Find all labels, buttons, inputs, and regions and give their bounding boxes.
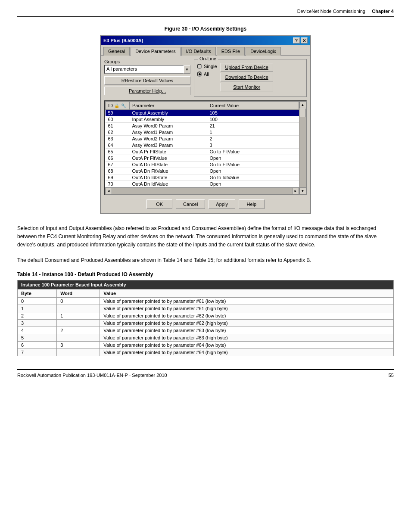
cell-value: Value of parameter pointed to by paramet…	[100, 341, 394, 348]
cell-value: Value of parameter pointed to by paramet…	[100, 327, 394, 334]
hscrollbar[interactable]: ◄ ►	[105, 187, 299, 194]
online-content: Single All Upload From Device	[197, 63, 304, 91]
cancel-button[interactable]: Cancel	[176, 199, 205, 209]
hscroll-left-icon[interactable]: ◄	[105, 188, 112, 195]
cell-id: 64	[106, 142, 130, 149]
table-row: 7 Value of parameter pointed to by param…	[18, 348, 394, 356]
parameter-help-button[interactable]: Parameter Help...	[104, 87, 190, 95]
dropdown-arrow-icon[interactable]: ▼	[184, 65, 190, 74]
vscrollbar[interactable]: ▲ ▼	[299, 101, 306, 194]
online-buttons: Upload From Device Download To Device St…	[221, 63, 273, 91]
cell-byte: 3	[18, 319, 57, 327]
body-paragraph-1: Selection of Input and Output Assemblies…	[17, 224, 394, 249]
footer-publication: Rockwell Automation Publication 193-UM01…	[17, 373, 167, 378]
restore-defaults-button[interactable]: RRestore Default Values	[104, 76, 190, 85]
th-id-text: ID	[108, 103, 113, 108]
table-row[interactable]: 62 Assy Word1 Param 1	[106, 129, 299, 136]
apply-button[interactable]: Apply	[209, 199, 235, 209]
cell-parameter: OutA Dn FltValue	[130, 168, 207, 174]
table-row[interactable]: 63 Assy Word2 Param 2	[106, 136, 299, 142]
cell-parameter: OutA Pr FltState	[130, 149, 207, 155]
vscroll-track	[299, 108, 306, 187]
table-row[interactable]: 66 OutA Pr FltValue Open	[106, 155, 299, 162]
cell-word: 2	[57, 327, 100, 334]
groups-label: Groups	[104, 59, 190, 64]
groups-section: Groups All parameters ▼ RRestore Default…	[104, 59, 190, 97]
table-row: 2 1 Value of parameter pointed to by par…	[18, 312, 394, 319]
table-row[interactable]: 68 OutA Dn FltValue Open	[106, 168, 299, 174]
tab-device-parameters[interactable]: Device Parameters	[131, 47, 181, 56]
ok-button[interactable]: OK	[146, 199, 172, 209]
cell-value: Value of parameter pointed to by paramet…	[100, 334, 394, 341]
table-row[interactable]: 65 OutA Pr FltState Go to FltValue	[106, 149, 299, 155]
online-legend: On-Line	[198, 56, 218, 61]
table14-body: Instance 100 Parameter Based Input Assem…	[18, 280, 394, 356]
table-row[interactable]: 59 Output Assembly 105	[106, 110, 299, 116]
tab-general[interactable]: General	[103, 47, 130, 56]
cell-id: 62	[106, 129, 130, 136]
table14: Instance 100 Parameter Based Input Assem…	[17, 280, 394, 356]
table-row: 5 Value of parameter pointed to by param…	[18, 334, 394, 341]
table14-header-row: Instance 100 Parameter Based Input Assem…	[18, 280, 394, 289]
col-header-cell: Value	[100, 289, 394, 297]
radio-single[interactable]	[197, 64, 202, 69]
vscroll-thumb[interactable]	[300, 109, 306, 117]
cell-value: 105	[207, 110, 299, 116]
cell-byte: 5	[18, 334, 57, 341]
monitor-button[interactable]: Start Monitor	[221, 83, 273, 91]
cell-value: Value of parameter pointed to by paramet…	[100, 348, 394, 356]
monitor-label: Start Monitor	[233, 84, 260, 90]
table-row[interactable]: 64 Assy Word3 Param 3	[106, 142, 299, 149]
cell-value: Go to FltValue	[207, 162, 299, 168]
help-footer-button[interactable]: Help	[239, 199, 265, 209]
close-button[interactable]: ✕	[301, 37, 308, 44]
groups-label-text: G	[104, 59, 108, 64]
table-row: 6 3 Value of parameter pointed to by par…	[18, 341, 394, 348]
table-row[interactable]: 60 Input Assembly 100	[106, 116, 299, 123]
th-id: ID 🔒 🔧	[106, 102, 130, 110]
dialog-wrapper: E3 Plus (9-5000A) ? ✕ General Device Par…	[17, 35, 394, 214]
col-header-cell: Word	[57, 289, 100, 297]
tab-devicelogix[interactable]: DeviceLogix	[246, 47, 281, 56]
cell-value: Value of parameter pointed to by paramet…	[100, 319, 394, 327]
radio-all-row: All	[197, 72, 217, 77]
table-row[interactable]: 67 OutA Dn FltState Go to FltValue	[106, 162, 299, 168]
cell-value: Value of parameter pointed to by paramet…	[100, 297, 394, 305]
vscroll-down-icon[interactable]: ▼	[299, 187, 306, 194]
cell-parameter: OutA Pr FltValue	[130, 155, 207, 162]
download-button[interactable]: Download To Device	[221, 73, 273, 81]
cell-parameter: Output Assembly	[130, 110, 207, 116]
table-row[interactable]: 69 OutA Dn IdlState Go to IdlValue	[106, 174, 299, 181]
titlebar-buttons: ? ✕	[293, 37, 308, 44]
groups-select[interactable]: All parameters	[104, 65, 184, 74]
radio-all[interactable]	[197, 72, 202, 77]
cell-word	[57, 305, 100, 312]
params-table: ID 🔒 🔧 Parameter Current Value	[105, 101, 299, 187]
table14-col-header-row: ByteWordValue	[18, 289, 394, 297]
tab-eds-file[interactable]: EDS File	[217, 47, 245, 56]
vscroll-up-icon[interactable]: ▲	[299, 101, 306, 108]
table14-title: Table 14 - Instance 100 - Default Produc…	[17, 271, 394, 277]
dialog-body: Groups All parameters ▼ RRestore Default…	[101, 56, 310, 213]
help-button[interactable]: ?	[293, 37, 300, 44]
cell-parameter: Input Assembly	[130, 116, 207, 123]
th-current-value: Current Value	[207, 102, 299, 110]
dialog-footer: OK Cancel Apply Help	[104, 197, 307, 210]
dialog-window: E3 Plus (9-5000A) ? ✕ General Device Par…	[100, 35, 311, 214]
cell-value: Open	[207, 168, 299, 174]
table-row[interactable]: 61 Assy Word0 Param 21	[106, 123, 299, 129]
hscroll-right-icon[interactable]: ►	[292, 188, 299, 195]
table-row[interactable]: 70 OutA Dn IdlValue Open	[106, 181, 299, 187]
cell-byte: 4	[18, 327, 57, 334]
tab-io-defaults[interactable]: I/O Defaults	[181, 47, 216, 56]
upload-label: Upload From Device	[225, 65, 268, 70]
cell-id: 60	[106, 116, 130, 123]
params-table-scroll: ID 🔒 🔧 Parameter Current Value	[105, 101, 299, 194]
figure-title: Figure 30 - I/O Assembly Settings	[17, 26, 394, 32]
upload-button[interactable]: Upload From Device	[221, 63, 273, 72]
cell-value: 1	[207, 129, 299, 136]
cell-word	[57, 348, 100, 356]
cell-parameter: OutA Dn IdlState	[130, 174, 207, 181]
cell-id: 70	[106, 181, 130, 187]
cell-value: 21	[207, 123, 299, 129]
